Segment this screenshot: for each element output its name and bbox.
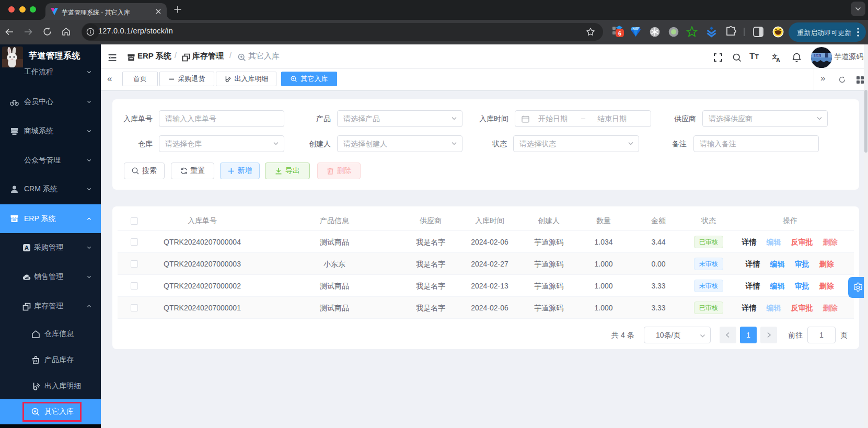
svg-text:A: A [25, 245, 29, 251]
svg-text:文右: 文右 [815, 54, 820, 57]
svg-text:A: A [776, 57, 780, 63]
svg-text:6: 6 [618, 30, 621, 37]
